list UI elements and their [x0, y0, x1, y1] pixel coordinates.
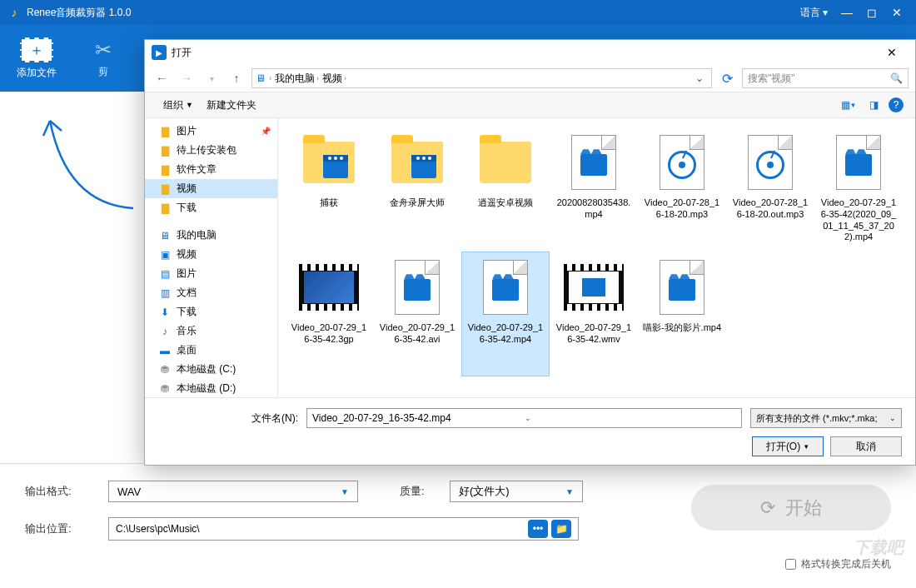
add-file-icon: ＋	[20, 37, 53, 62]
tree-item[interactable]: ▇待上传安装包	[145, 141, 277, 160]
search-icon: 🔍	[890, 72, 903, 84]
dialog-title-bar: ▶ 打开 ✕	[145, 40, 915, 65]
tree-item[interactable]: ♪音乐	[145, 321, 277, 341]
tree-item[interactable]: ▥文档	[145, 283, 277, 302]
new-folder-button[interactable]: 新建文件夹	[200, 95, 263, 116]
minimize-button[interactable]: —	[834, 0, 859, 25]
folder-tree[interactable]: ▇图片📌 ▇待上传安装包 ▇软件文章 ▇视频 ▇下载 🖥我的电脑 ▣视频 ▤图片…	[145, 118, 278, 397]
download-icon: ⬇	[158, 306, 172, 319]
file-item[interactable]: 逍遥安卓视频	[461, 127, 550, 252]
nav-up-button[interactable]: ↑	[227, 68, 246, 88]
video-icon: ▣	[158, 248, 172, 262]
address-bar[interactable]: 🖥 › 我的电脑 › 视频 › ⌄	[251, 68, 712, 88]
tree-item[interactable]: ▣视频	[145, 245, 277, 264]
file-item[interactable]: Video_20-07-29​_16-35-42.3gp	[285, 252, 373, 376]
film-icon	[299, 257, 359, 317]
tree-item[interactable]: ▇下载	[145, 198, 277, 217]
pc-icon: 🖥	[256, 72, 266, 84]
search-input[interactable]: 搜索"视频" 🔍	[742, 68, 909, 88]
file-filter-select[interactable]: 所有支持的文件 (*.mkv;*.mka;⌄	[750, 408, 902, 428]
file-name-label: 金舟录屏大师	[390, 197, 445, 209]
breadcrumb-segment[interactable]: 我的电脑 ›	[275, 72, 319, 86]
file-name-label: Video_20-07-29​_16-35-42.avi	[377, 322, 457, 346]
file-item[interactable]: 金舟录屏大师	[373, 127, 461, 252]
file-item[interactable]: 喵影-我的影片.​mp4	[638, 252, 726, 376]
file-item[interactable]: Video_20-07-29​_16-35-42.mp4	[461, 252, 550, 376]
film-white-icon	[564, 257, 624, 317]
start-button[interactable]: ⟳ 开始	[691, 485, 891, 531]
file-item[interactable]: 2020082803543​8.mp4	[550, 127, 638, 252]
video-doc-icon	[829, 132, 889, 192]
dialog-app-icon: ▶	[152, 45, 167, 60]
nav-recent-button[interactable]: ▾	[202, 68, 222, 88]
video-doc-icon	[652, 257, 712, 317]
view-mode-button[interactable]: ▦ ▼	[839, 95, 859, 115]
music-icon: ♪	[158, 325, 172, 338]
folder-icon	[299, 132, 359, 192]
preview-pane-button[interactable]: ◨	[864, 95, 884, 115]
language-menu[interactable]: 语言 ▾	[800, 6, 828, 20]
browse-more-button[interactable]: •••	[528, 520, 548, 538]
file-item[interactable]: Video_20-07-28​_16-18-20.out.​mp3	[726, 127, 814, 252]
quality-select[interactable]: 好(文件大)▼	[450, 481, 583, 502]
app-title-bar: ♪ Renee音频裁剪器 1.0.0 语言 ▾ — ◻ ✕	[0, 0, 916, 25]
file-item[interactable]: Video_20-07-29​_16-35-42.avi	[373, 252, 461, 376]
app-logo-icon: ♪	[7, 5, 22, 20]
picture-icon: ▤	[158, 267, 172, 281]
chevron-down-icon[interactable]: ⌄	[525, 414, 737, 422]
chevron-down-icon: ▼	[565, 487, 574, 496]
tree-item[interactable]: ▬桌面	[145, 341, 277, 360]
close-button[interactable]: ✕	[884, 0, 909, 25]
add-file-button[interactable]: ＋ 添加文件	[17, 37, 57, 80]
breadcrumb-segment[interactable]: 视频 ›	[322, 72, 346, 86]
folder-plain-icon	[475, 132, 535, 192]
refresh-button[interactable]: ⟳	[717, 68, 737, 88]
tree-item[interactable]: ⛃本地磁盘 (D:)	[145, 379, 277, 397]
folder-icon: ▇	[158, 202, 172, 215]
file-name-label: 喵影-我的影片.​mp4	[643, 322, 721, 334]
file-item[interactable]: 捕获	[285, 127, 373, 252]
filename-input[interactable]: Video_20-07-29_16-35-42.mp4⌄	[306, 408, 742, 428]
output-location-input[interactable]: ••• 📁	[108, 517, 579, 541]
tree-item[interactable]: ⛃本地磁盘 (C:)	[145, 360, 277, 379]
bottom-panel: 输出格式: WAV▼ 质量: 好(文件大)▼ 输出位置: ••• 📁 ⟳ 开始 …	[0, 463, 916, 588]
tree-item[interactable]: ▇视频	[145, 179, 277, 198]
dialog-close-button[interactable]: ✕	[875, 42, 909, 63]
nav-forward-button[interactable]: →	[177, 68, 197, 88]
file-name-label: Video_20-07-28​_16-18-20.out.​mp3	[730, 197, 810, 221]
chevron-down-icon: ▼	[341, 487, 349, 496]
file-open-dialog: ▶ 打开 ✕ ← → ▾ ↑ 🖥 › 我的电脑 › 视频 › ⌄ ⟳ 搜索"视频…	[144, 39, 916, 466]
address-dropdown-button[interactable]: ⌄	[691, 72, 708, 84]
app-title: Renee音频裁剪器 1.0.0	[27, 6, 800, 20]
open-button[interactable]: 打开(O) ▼	[752, 436, 824, 456]
tree-item[interactable]: ▤图片	[145, 264, 277, 283]
cancel-button[interactable]: 取消	[830, 436, 902, 456]
organize-menu[interactable]: 组织 ▼	[157, 95, 200, 116]
file-name-label: Video_20-07-28​_16-18-20.mp3	[642, 197, 722, 221]
shutdown-checkbox[interactable]: 格式转换完成后关机	[785, 557, 891, 571]
file-name-label: Video_20-07-29​_16-35-42.3gp	[289, 322, 369, 346]
file-name-label: 逍遥安卓视频	[478, 197, 533, 209]
output-format-select[interactable]: WAV▼	[108, 481, 358, 502]
file-item[interactable]: Video_20-07-29​_16-35-42(2020​_09_01_11_…	[814, 127, 903, 252]
filename-label: 文件名(N):	[241, 411, 298, 426]
audio-doc-icon	[652, 132, 712, 192]
tree-item[interactable]: ⬇下载	[145, 302, 277, 321]
cut-button[interactable]: ✂ 剪	[90, 38, 117, 79]
file-item[interactable]: Video_20-07-28​_16-18-20.mp3	[638, 127, 726, 252]
tree-item[interactable]: ▇图片📌	[145, 122, 277, 141]
help-button[interactable]: ?	[889, 97, 904, 112]
guide-arrow-icon	[25, 96, 150, 221]
maximize-button[interactable]: ◻	[859, 0, 884, 25]
tree-item[interactable]: 🖥我的电脑	[145, 226, 277, 245]
output-location-label: 输出位置:	[25, 521, 108, 536]
tree-item[interactable]: ▇软件文章	[145, 160, 277, 179]
file-name-label: Video_20-07-29​_16-35-42(2020​_09_01_11_…	[819, 197, 899, 243]
pin-icon: 📌	[261, 127, 271, 136]
file-item[interactable]: Video_20-07-29​_16-35-42.wmv	[550, 252, 638, 376]
nav-back-button[interactable]: ←	[152, 68, 172, 88]
open-folder-button[interactable]: 📁	[551, 520, 571, 538]
scissors-icon: ✂	[90, 38, 117, 62]
file-list[interactable]: 捕获金舟录屏大师逍遥安卓视频2020082803543​8.mp4Video_2…	[278, 118, 915, 397]
audio-doc-icon	[740, 132, 800, 192]
